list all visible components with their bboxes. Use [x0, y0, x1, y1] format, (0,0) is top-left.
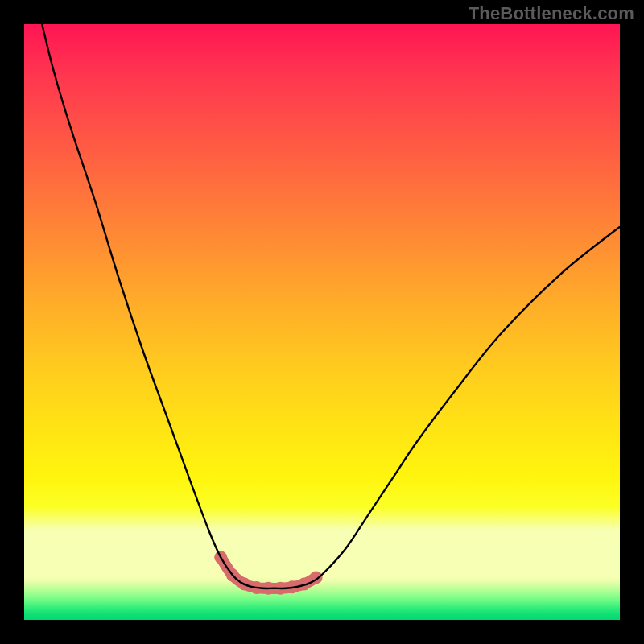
watermark-text: TheBottleneck.com [469, 3, 634, 24]
plot-area [24, 24, 620, 620]
main-curve [42, 24, 620, 588]
chart-frame: TheBottleneck.com [0, 0, 644, 644]
bottleneck-chart-svg [24, 24, 620, 620]
